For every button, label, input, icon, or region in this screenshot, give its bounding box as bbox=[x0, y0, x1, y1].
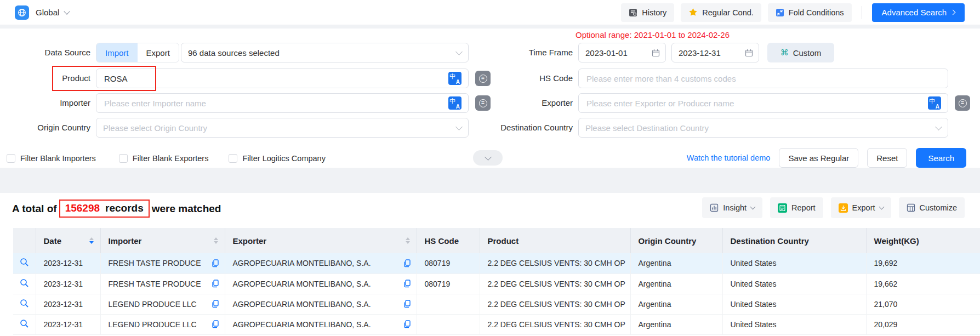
export-icon bbox=[839, 203, 848, 213]
reset-button[interactable]: Reset bbox=[867, 148, 907, 168]
collapse-conditions-pill[interactable] bbox=[473, 150, 503, 166]
date-to-value: 2023-12-31 bbox=[679, 48, 745, 58]
magnifier-icon[interactable] bbox=[20, 299, 29, 308]
product-label: Product bbox=[0, 69, 90, 88]
fold-conditions-button[interactable]: Fold Conditions bbox=[768, 3, 852, 22]
table-row[interactable]: 2023-12-31 LEGEND PRODUCE LLC AGROPECUAR… bbox=[13, 314, 980, 334]
advanced-search-label: Advanced Search bbox=[882, 8, 947, 17]
results-panel: A total of 156298 records were matched I… bbox=[0, 193, 980, 336]
cell-destination: United States bbox=[722, 314, 866, 334]
advanced-search-button[interactable]: Advanced Search bbox=[872, 3, 965, 22]
total-prefix: A total of bbox=[12, 203, 57, 215]
custom-range-button[interactable]: ⌘ Custom bbox=[767, 43, 834, 62]
customize-grid-icon bbox=[907, 203, 915, 212]
region-selector-label[interactable]: Global bbox=[36, 8, 59, 17]
column-header-exporter[interactable]: Exporter bbox=[225, 228, 417, 253]
calendar-icon bbox=[652, 49, 660, 57]
date-from-input[interactable]: 2023-01-01 bbox=[578, 43, 666, 62]
history-button[interactable]: History bbox=[621, 3, 674, 22]
data-sources-dropdown[interactable]: 96 data sources selected bbox=[181, 43, 469, 62]
cell-weight: 19,692 bbox=[866, 253, 980, 274]
row-detail-cell bbox=[13, 274, 36, 294]
sort-icon[interactable] bbox=[406, 237, 410, 244]
records-word: records bbox=[105, 202, 144, 214]
hs-code-input-wrap bbox=[578, 69, 948, 88]
exporter-exact-match-toggle[interactable]: = bbox=[955, 95, 970, 111]
cell-exporter: AGROPECUARIA MONTELIBANO, S.A. bbox=[225, 274, 417, 294]
translate-icon[interactable]: 中A bbox=[928, 96, 941, 110]
chevron-down-icon bbox=[879, 204, 884, 210]
importer-input[interactable] bbox=[103, 98, 448, 109]
chevron-down-icon[interactable] bbox=[64, 8, 70, 14]
row-detail-cell bbox=[13, 294, 36, 314]
data-source-label: Data Source bbox=[0, 43, 90, 62]
cell-exporter: AGROPECUARIA MONTELIBANO, S.A. bbox=[225, 314, 417, 334]
translate-icon[interactable]: 中A bbox=[448, 72, 461, 85]
regular-cond-button[interactable]: Regular Cond. bbox=[681, 3, 761, 22]
magnifier-column-header bbox=[13, 228, 36, 253]
column-header-hs-code: HS Code bbox=[417, 228, 480, 253]
report-icon bbox=[778, 203, 787, 213]
date-to-input[interactable]: 2023-12-31 bbox=[671, 43, 759, 62]
magnifier-icon[interactable] bbox=[20, 258, 29, 267]
customize-button[interactable]: Customize bbox=[899, 197, 965, 218]
filter-logistics-company-checkbox[interactable]: Filter Logitics Company bbox=[229, 154, 326, 163]
cell-importer: FRESH TASTE PRODUCE bbox=[100, 274, 225, 294]
copy-icon[interactable] bbox=[212, 259, 219, 267]
checkbox-icon[interactable] bbox=[229, 154, 237, 163]
filter-blank-importers-label: Filter Blank Importers bbox=[20, 154, 96, 163]
sort-icon[interactable] bbox=[89, 237, 94, 244]
table-row[interactable]: 2023-12-31 FRESH TASTE PRODUCE AGROPECUA… bbox=[13, 274, 980, 294]
copy-icon[interactable] bbox=[212, 320, 219, 328]
cell-date: 2023-12-31 bbox=[36, 294, 100, 314]
product-input[interactable] bbox=[103, 73, 448, 84]
report-button-label: Report bbox=[791, 203, 816, 212]
total-count: 156298 bbox=[65, 202, 100, 214]
checkbox-icon[interactable] bbox=[7, 154, 15, 163]
cell-destination: United States bbox=[722, 294, 866, 314]
cell-product: 2.2 DEG CELSIUS VENTS: 30 CMH OP bbox=[480, 274, 630, 294]
hs-code-input[interactable] bbox=[585, 73, 941, 84]
tab-export[interactable]: Export bbox=[138, 43, 179, 62]
column-header-importer[interactable]: Importer bbox=[100, 228, 225, 253]
copy-icon[interactable] bbox=[212, 300, 219, 308]
cell-hs-code bbox=[417, 314, 480, 334]
chevron-right-icon bbox=[950, 10, 956, 15]
copy-icon[interactable] bbox=[403, 320, 411, 328]
tab-import[interactable]: Import bbox=[96, 43, 138, 62]
copy-icon[interactable] bbox=[212, 280, 219, 288]
table-row[interactable]: 2023-12-31 LEGEND PRODUCE LLC AGROPECUAR… bbox=[13, 294, 980, 314]
search-button[interactable]: Search bbox=[916, 148, 966, 168]
export-button[interactable]: Export bbox=[831, 197, 891, 218]
filter-blank-importers-checkbox[interactable]: Filter Blank Importers bbox=[7, 154, 96, 163]
origin-country-select[interactable]: Please select Origin Country bbox=[96, 118, 469, 138]
translate-icon[interactable]: 中A bbox=[448, 96, 461, 110]
column-header-date[interactable]: Date bbox=[36, 228, 100, 253]
save-as-regular-button[interactable]: Save as Regular bbox=[779, 148, 858, 168]
circled-equals-icon: = bbox=[959, 99, 967, 107]
insight-button[interactable]: Insight bbox=[702, 197, 762, 218]
tutorial-demo-link[interactable]: Watch the tutorial demo bbox=[687, 153, 771, 162]
copy-icon[interactable] bbox=[403, 300, 411, 308]
cell-destination: United States bbox=[722, 253, 866, 274]
magnifier-icon[interactable] bbox=[20, 278, 29, 288]
magnifier-icon[interactable] bbox=[20, 319, 29, 328]
sort-icon[interactable] bbox=[214, 237, 218, 244]
filter-blank-exporters-checkbox[interactable]: Filter Blank Exporters bbox=[119, 154, 209, 163]
customize-button-label: Customize bbox=[920, 203, 958, 212]
copy-icon[interactable] bbox=[403, 280, 411, 288]
insight-chart-icon bbox=[710, 203, 719, 212]
cell-importer: FRESH TASTE PRODUCE bbox=[100, 253, 225, 274]
copy-icon[interactable] bbox=[403, 259, 411, 267]
cell-weight: 20,029 bbox=[866, 314, 980, 334]
table-row[interactable]: 2023-12-31 FRESH TASTE PRODUCE AGROPECUA… bbox=[13, 253, 980, 274]
cell-importer: LEGEND PRODUCE LLC bbox=[100, 314, 225, 334]
destination-country-select[interactable]: Please select Destination Country bbox=[578, 118, 948, 138]
exporter-input[interactable] bbox=[585, 98, 928, 109]
checkbox-icon[interactable] bbox=[119, 154, 128, 163]
hs-code-label: HS Code bbox=[463, 69, 573, 88]
command-icon: ⌘ bbox=[780, 48, 789, 58]
filter-blank-exporters-label: Filter Blank Exporters bbox=[133, 154, 209, 163]
top-bar: Global History Regular Cond. Fold Condit… bbox=[0, 0, 980, 25]
report-button[interactable]: Report bbox=[770, 197, 823, 218]
